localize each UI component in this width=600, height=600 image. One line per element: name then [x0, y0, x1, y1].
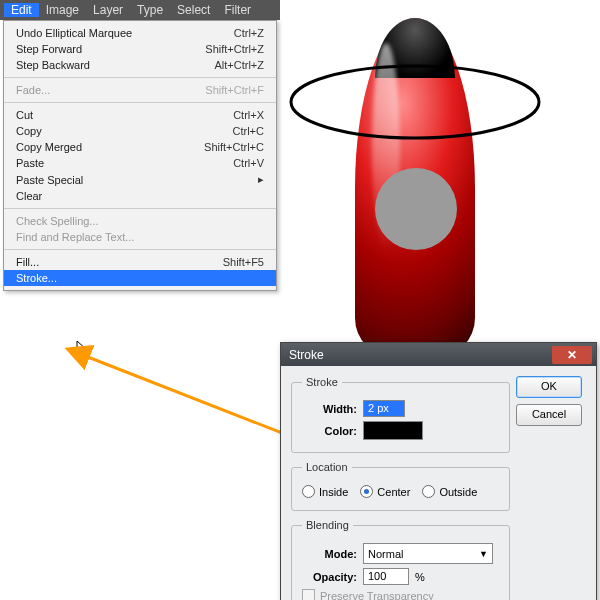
menu-item-fade: Fade...Shift+Ctrl+F — [4, 82, 276, 98]
rocket-window — [375, 168, 457, 250]
menu-layer[interactable]: Layer — [86, 3, 130, 17]
color-label: Color: — [302, 425, 357, 437]
color-swatch[interactable] — [363, 421, 423, 440]
stroke-dialog: Stroke ✕ Stroke Width: 2 px Color: Lo — [280, 342, 597, 600]
menu-item-fill[interactable]: Fill...Shift+F5 — [4, 254, 276, 270]
opacity-unit: % — [415, 571, 425, 583]
dialog-title: Stroke — [289, 348, 324, 362]
chevron-down-icon: ▼ — [479, 549, 488, 559]
preserve-transparency-checkbox: Preserve Transparency — [302, 589, 434, 600]
location-fieldset: Location Inside Center Outside — [291, 461, 510, 511]
selection-ellipse — [285, 52, 545, 152]
mode-label: Mode: — [302, 548, 357, 560]
menu-item-check-spelling: Check Spelling... — [4, 213, 276, 229]
menu-item-step-forward[interactable]: Step ForwardShift+Ctrl+Z — [4, 41, 276, 57]
mode-select[interactable]: Normal▼ — [363, 543, 493, 564]
menu-select[interactable]: Select — [170, 3, 217, 17]
menu-item-cut[interactable]: CutCtrl+X — [4, 107, 276, 123]
radio-inside[interactable]: Inside — [302, 485, 348, 498]
menu-item-undo[interactable]: Undo Elliptical MarqueeCtrl+Z — [4, 25, 276, 41]
menubar: Edit Image Layer Type Select Filter — [0, 0, 280, 20]
radio-outside[interactable]: Outside — [422, 485, 477, 498]
menu-item-copy[interactable]: CopyCtrl+C — [4, 123, 276, 139]
radio-center[interactable]: Center — [360, 485, 410, 498]
menu-item-paste[interactable]: PasteCtrl+V — [4, 155, 276, 171]
width-label: Width: — [302, 403, 357, 415]
svg-point-0 — [291, 66, 539, 138]
menu-image[interactable]: Image — [39, 3, 86, 17]
chevron-right-icon: ▸ — [258, 173, 264, 186]
menu-filter[interactable]: Filter — [217, 3, 258, 17]
close-button[interactable]: ✕ — [552, 346, 592, 364]
edit-menu: Undo Elliptical MarqueeCtrl+Z Step Forwa… — [3, 20, 277, 291]
cancel-button[interactable]: Cancel — [516, 404, 582, 426]
ok-button[interactable]: OK — [516, 376, 582, 398]
menu-item-clear[interactable]: Clear — [4, 188, 276, 204]
dialog-titlebar: Stroke ✕ — [281, 343, 596, 366]
blending-fieldset: Blending Mode: Normal▼ Opacity: 100 % Pr… — [291, 519, 510, 600]
menu-item-copy-merged[interactable]: Copy MergedShift+Ctrl+C — [4, 139, 276, 155]
menu-item-find-replace: Find and Replace Text... — [4, 229, 276, 245]
menu-edit[interactable]: Edit — [4, 3, 39, 17]
menu-type[interactable]: Type — [130, 3, 170, 17]
width-input[interactable]: 2 px — [363, 400, 405, 417]
menu-item-stroke[interactable]: Stroke... — [4, 270, 276, 286]
stroke-fieldset: Stroke Width: 2 px Color: — [291, 376, 510, 453]
opacity-label: Opacity: — [302, 571, 357, 583]
opacity-input[interactable]: 100 — [363, 568, 409, 585]
menu-item-step-backward[interactable]: Step BackwardAlt+Ctrl+Z — [4, 57, 276, 73]
cursor-icon — [76, 340, 90, 358]
menu-item-paste-special[interactable]: Paste Special▸ — [4, 171, 276, 188]
